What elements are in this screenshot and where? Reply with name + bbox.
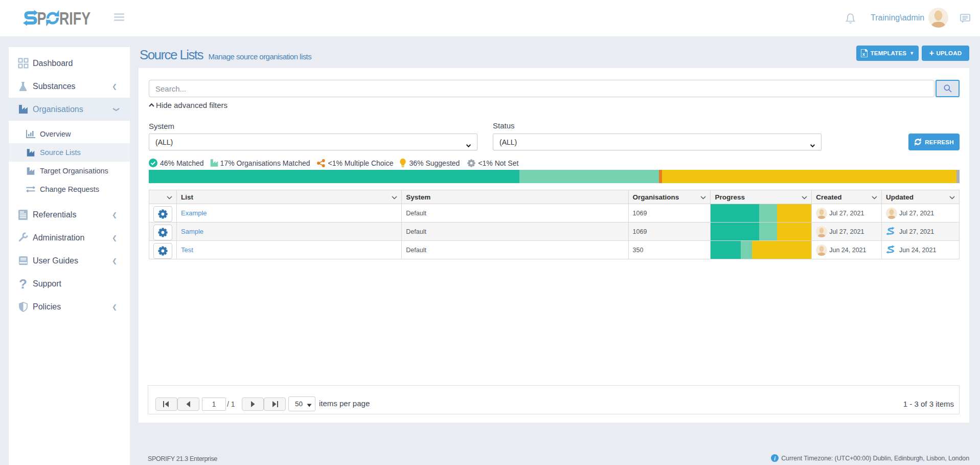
svg-text:P: P [37, 9, 47, 28]
svg-text:i: i [774, 456, 776, 461]
svg-text:RIFY: RIFY [59, 9, 90, 28]
svg-text:x: x [862, 52, 865, 57]
